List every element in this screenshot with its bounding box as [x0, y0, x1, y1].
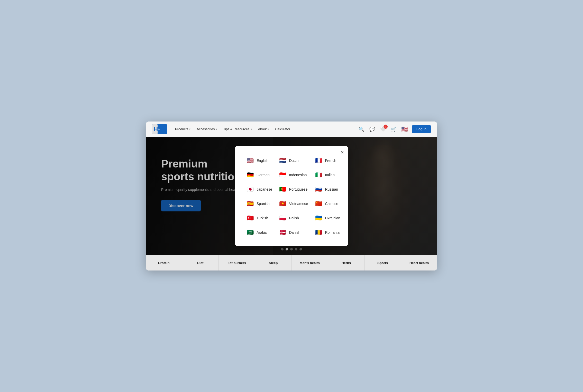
nav-tips[interactable]: Tips & Resources ▾ — [221, 126, 254, 133]
nav-accessories[interactable]: Accessories ▾ — [194, 126, 220, 133]
wishlist-badge: 2 — [384, 125, 388, 129]
language-item-danish[interactable]: 🇩🇰 Danish — [277, 226, 310, 239]
wishlist-icon[interactable]: 🤍 2 — [379, 126, 387, 133]
modal-close-button[interactable]: × — [341, 150, 344, 155]
category-fat-burners[interactable]: Fat burners — [219, 255, 255, 270]
cart-icon[interactable]: 🛒 — [390, 126, 397, 133]
login-button[interactable]: Log in — [412, 125, 431, 133]
language-item-romanian[interactable]: 🇷🇴 Romanian — [313, 226, 343, 239]
language-item-turkish[interactable]: 🇹🇷 Turkish — [244, 212, 274, 225]
language-label: Romanian — [325, 230, 341, 235]
flag-icon: 🇺🇸 — [246, 157, 254, 164]
language-item-chinese[interactable]: 🇨🇳 Chinese — [313, 197, 343, 210]
language-label: Japanese — [257, 187, 272, 191]
language-grid: 🇺🇸 English 🇳🇱 Dutch 🇫🇷 French 🇩🇪 German … — [244, 154, 339, 239]
language-label: Dutch — [289, 158, 299, 163]
category-heart-health[interactable]: Heart health — [401, 255, 437, 270]
svg-text:+: + — [158, 127, 160, 132]
flag-icon: 🇯🇵 — [246, 185, 254, 193]
language-label: Polish — [289, 216, 299, 220]
nav-right: 🔍 💬 🤍 2 🛒 🇺🇸 Log in — [358, 125, 431, 133]
category-bar: ProteinDietFat burnersSleepMen's healthH… — [146, 255, 437, 270]
language-label: Italian — [325, 173, 334, 177]
language-item-dutch[interactable]: 🇳🇱 Dutch — [277, 154, 310, 167]
category-sleep[interactable]: Sleep — [255, 255, 292, 270]
language-label: Turkish — [257, 216, 268, 220]
language-item-french[interactable]: 🇫🇷 French — [313, 154, 343, 167]
category-protein[interactable]: Protein — [146, 255, 182, 270]
flag-icon: 🇨🇳 — [315, 200, 322, 208]
language-label: Vietnamese — [289, 202, 308, 206]
language-item-indonesian[interactable]: 🇮🇩 Indonesian — [277, 169, 310, 181]
language-item-german[interactable]: 🇩🇪 German — [244, 169, 274, 181]
chat-icon[interactable]: 💬 — [369, 126, 376, 133]
language-label: Russian — [325, 187, 338, 191]
nav-calculator[interactable]: Calculator — [272, 126, 293, 133]
svg-text:H: H — [153, 126, 158, 133]
language-item-spanish[interactable]: 🇪🇸 Spanish — [244, 197, 274, 210]
language-label: French — [325, 158, 336, 163]
nav-products[interactable]: Products ▾ — [172, 126, 193, 133]
search-icon[interactable]: 🔍 — [358, 126, 365, 133]
language-item-italian[interactable]: 🇮🇹 Italian — [313, 169, 343, 181]
language-label: German — [257, 173, 270, 177]
language-modal: × 🇺🇸 English 🇳🇱 Dutch 🇫🇷 French 🇩🇪 Germa… — [235, 146, 348, 246]
category-men's-health[interactable]: Men's health — [292, 255, 328, 270]
language-item-arabic[interactable]: 🇸🇦 Arabic — [244, 226, 274, 239]
language-label: Spanish — [257, 202, 270, 206]
language-label: Portuguese — [289, 187, 308, 191]
language-label: English — [257, 158, 268, 163]
flag-icon: 🇸🇦 — [246, 229, 254, 236]
language-item-portuguese[interactable]: 🇵🇹 Portuguese — [277, 183, 310, 196]
nav-links: Products ▾ Accessories ▾ Tips & Resource… — [172, 126, 353, 133]
language-label: Indonesian — [289, 173, 307, 177]
language-label: Ukrainian — [325, 216, 340, 220]
language-item-english[interactable]: 🇺🇸 English — [244, 154, 274, 167]
flag-icon: 🇻🇳 — [279, 200, 287, 208]
flag-icon: 🇪🇸 — [246, 200, 254, 208]
flag-icon: 🇷🇺 — [315, 185, 322, 193]
flag-icon: 🇩🇪 — [246, 171, 254, 179]
flag-icon: 🇫🇷 — [315, 157, 322, 164]
flag-icon: 🇷🇴 — [315, 229, 322, 236]
category-herbs[interactable]: Herbs — [328, 255, 365, 270]
navbar: H + Products ▾ Accessories ▾ Tips & Reso… — [146, 122, 437, 137]
language-flag-icon[interactable]: 🇺🇸 — [401, 126, 408, 133]
nav-about[interactable]: About ▾ — [256, 126, 272, 133]
flag-icon: 🇹🇷 — [246, 214, 254, 222]
site-logo[interactable]: H + — [152, 124, 167, 135]
flag-icon: 🇮🇩 — [279, 171, 287, 179]
language-item-polish[interactable]: 🇵🇱 Polish — [277, 212, 310, 225]
language-label: Chinese — [325, 202, 338, 206]
flag-icon: 🇳🇱 — [279, 157, 287, 164]
flag-icon: 🇵🇱 — [279, 214, 287, 222]
language-item-vietnamese[interactable]: 🇻🇳 Vietnamese — [277, 197, 310, 210]
flag-icon: 🇺🇦 — [315, 214, 322, 222]
chevron-down-icon: ▾ — [216, 128, 217, 130]
flag-icon: 🇮🇹 — [315, 171, 322, 179]
flag-icon: 🇵🇹 — [279, 185, 287, 193]
language-item-japanese[interactable]: 🇯🇵 Japanese — [244, 183, 274, 196]
chevron-down-icon: ▾ — [268, 128, 269, 130]
language-label: Arabic — [257, 230, 267, 235]
modal-overlay: × 🇺🇸 English 🇳🇱 Dutch 🇫🇷 French 🇩🇪 Germa… — [146, 137, 437, 255]
language-item-russian[interactable]: 🇷🇺 Russian — [313, 183, 343, 196]
category-diet[interactable]: Diet — [182, 255, 219, 270]
chevron-down-icon: ▾ — [251, 128, 252, 130]
chevron-down-icon: ▾ — [189, 128, 190, 130]
hero-section: Premium sports nutrition Premium-quality… — [146, 137, 437, 255]
language-label: Danish — [289, 230, 300, 235]
category-sports[interactable]: Sports — [365, 255, 401, 270]
language-item-ukrainian[interactable]: 🇺🇦 Ukrainian — [313, 212, 343, 225]
flag-icon: 🇩🇰 — [279, 229, 287, 236]
